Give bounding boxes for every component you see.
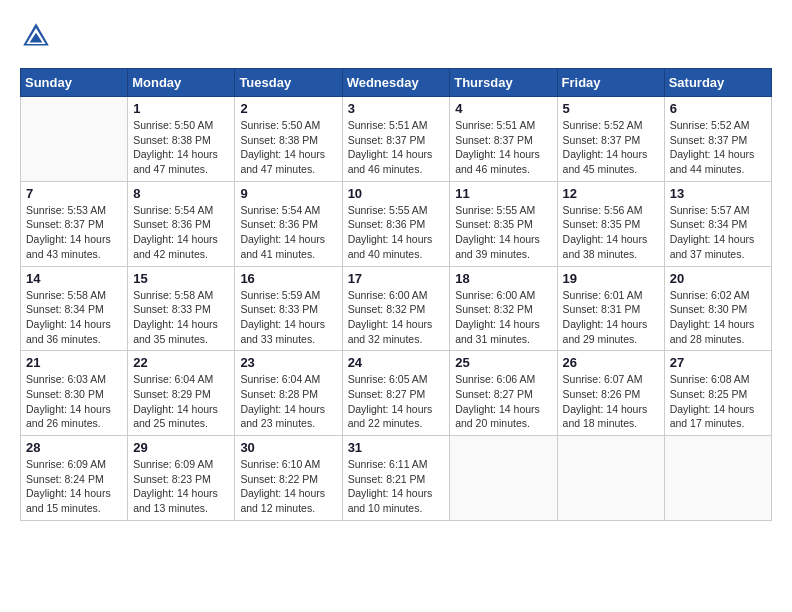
day-info: Sunrise: 5:50 AM Sunset: 8:38 PM Dayligh… xyxy=(133,118,229,177)
day-info: Sunrise: 6:04 AM Sunset: 8:28 PM Dayligh… xyxy=(240,372,336,431)
day-number: 29 xyxy=(133,440,229,455)
column-header-saturday: Saturday xyxy=(664,69,771,97)
calendar-cell: 8Sunrise: 5:54 AM Sunset: 8:36 PM Daylig… xyxy=(128,181,235,266)
calendar-table: SundayMondayTuesdayWednesdayThursdayFrid… xyxy=(20,68,772,521)
day-info: Sunrise: 6:03 AM Sunset: 8:30 PM Dayligh… xyxy=(26,372,122,431)
column-header-monday: Monday xyxy=(128,69,235,97)
calendar-cell: 6Sunrise: 5:52 AM Sunset: 8:37 PM Daylig… xyxy=(664,97,771,182)
day-info: Sunrise: 6:05 AM Sunset: 8:27 PM Dayligh… xyxy=(348,372,445,431)
day-info: Sunrise: 5:51 AM Sunset: 8:37 PM Dayligh… xyxy=(455,118,551,177)
calendar-cell xyxy=(557,436,664,521)
day-number: 5 xyxy=(563,101,659,116)
week-row-2: 7Sunrise: 5:53 AM Sunset: 8:37 PM Daylig… xyxy=(21,181,772,266)
day-number: 16 xyxy=(240,271,336,286)
calendar-cell: 3Sunrise: 5:51 AM Sunset: 8:37 PM Daylig… xyxy=(342,97,450,182)
day-info: Sunrise: 5:55 AM Sunset: 8:35 PM Dayligh… xyxy=(455,203,551,262)
calendar-cell: 26Sunrise: 6:07 AM Sunset: 8:26 PM Dayli… xyxy=(557,351,664,436)
week-row-5: 28Sunrise: 6:09 AM Sunset: 8:24 PM Dayli… xyxy=(21,436,772,521)
calendar-cell: 2Sunrise: 5:50 AM Sunset: 8:38 PM Daylig… xyxy=(235,97,342,182)
calendar-cell: 22Sunrise: 6:04 AM Sunset: 8:29 PM Dayli… xyxy=(128,351,235,436)
calendar-cell xyxy=(664,436,771,521)
calendar-cell: 20Sunrise: 6:02 AM Sunset: 8:30 PM Dayli… xyxy=(664,266,771,351)
day-info: Sunrise: 5:54 AM Sunset: 8:36 PM Dayligh… xyxy=(240,203,336,262)
day-info: Sunrise: 6:02 AM Sunset: 8:30 PM Dayligh… xyxy=(670,288,766,347)
column-header-thursday: Thursday xyxy=(450,69,557,97)
day-info: Sunrise: 5:59 AM Sunset: 8:33 PM Dayligh… xyxy=(240,288,336,347)
day-number: 13 xyxy=(670,186,766,201)
day-info: Sunrise: 5:52 AM Sunset: 8:37 PM Dayligh… xyxy=(670,118,766,177)
day-info: Sunrise: 6:08 AM Sunset: 8:25 PM Dayligh… xyxy=(670,372,766,431)
calendar-cell: 12Sunrise: 5:56 AM Sunset: 8:35 PM Dayli… xyxy=(557,181,664,266)
day-number: 26 xyxy=(563,355,659,370)
calendar-cell: 4Sunrise: 5:51 AM Sunset: 8:37 PM Daylig… xyxy=(450,97,557,182)
day-info: Sunrise: 5:58 AM Sunset: 8:34 PM Dayligh… xyxy=(26,288,122,347)
calendar-cell: 16Sunrise: 5:59 AM Sunset: 8:33 PM Dayli… xyxy=(235,266,342,351)
day-info: Sunrise: 6:10 AM Sunset: 8:22 PM Dayligh… xyxy=(240,457,336,516)
calendar-cell: 19Sunrise: 6:01 AM Sunset: 8:31 PM Dayli… xyxy=(557,266,664,351)
calendar-cell: 29Sunrise: 6:09 AM Sunset: 8:23 PM Dayli… xyxy=(128,436,235,521)
day-number: 17 xyxy=(348,271,445,286)
day-number: 10 xyxy=(348,186,445,201)
day-info: Sunrise: 5:50 AM Sunset: 8:38 PM Dayligh… xyxy=(240,118,336,177)
calendar-cell: 9Sunrise: 5:54 AM Sunset: 8:36 PM Daylig… xyxy=(235,181,342,266)
column-header-tuesday: Tuesday xyxy=(235,69,342,97)
day-info: Sunrise: 6:06 AM Sunset: 8:27 PM Dayligh… xyxy=(455,372,551,431)
day-number: 12 xyxy=(563,186,659,201)
calendar-cell: 24Sunrise: 6:05 AM Sunset: 8:27 PM Dayli… xyxy=(342,351,450,436)
calendar-cell: 27Sunrise: 6:08 AM Sunset: 8:25 PM Dayli… xyxy=(664,351,771,436)
day-info: Sunrise: 6:09 AM Sunset: 8:24 PM Dayligh… xyxy=(26,457,122,516)
day-number: 9 xyxy=(240,186,336,201)
calendar-cell: 14Sunrise: 5:58 AM Sunset: 8:34 PM Dayli… xyxy=(21,266,128,351)
calendar-cell: 1Sunrise: 5:50 AM Sunset: 8:38 PM Daylig… xyxy=(128,97,235,182)
week-row-3: 14Sunrise: 5:58 AM Sunset: 8:34 PM Dayli… xyxy=(21,266,772,351)
day-number: 6 xyxy=(670,101,766,116)
column-header-friday: Friday xyxy=(557,69,664,97)
day-info: Sunrise: 6:00 AM Sunset: 8:32 PM Dayligh… xyxy=(348,288,445,347)
calendar-cell: 15Sunrise: 5:58 AM Sunset: 8:33 PM Dayli… xyxy=(128,266,235,351)
calendar-cell: 25Sunrise: 6:06 AM Sunset: 8:27 PM Dayli… xyxy=(450,351,557,436)
day-info: Sunrise: 6:04 AM Sunset: 8:29 PM Dayligh… xyxy=(133,372,229,431)
week-row-1: 1Sunrise: 5:50 AM Sunset: 8:38 PM Daylig… xyxy=(21,97,772,182)
day-number: 21 xyxy=(26,355,122,370)
day-number: 8 xyxy=(133,186,229,201)
day-number: 27 xyxy=(670,355,766,370)
day-number: 1 xyxy=(133,101,229,116)
day-info: Sunrise: 5:52 AM Sunset: 8:37 PM Dayligh… xyxy=(563,118,659,177)
day-info: Sunrise: 6:01 AM Sunset: 8:31 PM Dayligh… xyxy=(563,288,659,347)
calendar-cell: 17Sunrise: 6:00 AM Sunset: 8:32 PM Dayli… xyxy=(342,266,450,351)
day-number: 18 xyxy=(455,271,551,286)
calendar-cell xyxy=(21,97,128,182)
calendar-cell: 23Sunrise: 6:04 AM Sunset: 8:28 PM Dayli… xyxy=(235,351,342,436)
day-number: 7 xyxy=(26,186,122,201)
calendar-cell: 21Sunrise: 6:03 AM Sunset: 8:30 PM Dayli… xyxy=(21,351,128,436)
day-number: 2 xyxy=(240,101,336,116)
day-info: Sunrise: 6:00 AM Sunset: 8:32 PM Dayligh… xyxy=(455,288,551,347)
week-row-4: 21Sunrise: 6:03 AM Sunset: 8:30 PM Dayli… xyxy=(21,351,772,436)
day-number: 15 xyxy=(133,271,229,286)
day-number: 30 xyxy=(240,440,336,455)
calendar-cell xyxy=(450,436,557,521)
day-info: Sunrise: 5:51 AM Sunset: 8:37 PM Dayligh… xyxy=(348,118,445,177)
calendar-cell: 30Sunrise: 6:10 AM Sunset: 8:22 PM Dayli… xyxy=(235,436,342,521)
calendar-cell: 13Sunrise: 5:57 AM Sunset: 8:34 PM Dayli… xyxy=(664,181,771,266)
calendar-cell: 18Sunrise: 6:00 AM Sunset: 8:32 PM Dayli… xyxy=(450,266,557,351)
day-number: 19 xyxy=(563,271,659,286)
calendar-cell: 5Sunrise: 5:52 AM Sunset: 8:37 PM Daylig… xyxy=(557,97,664,182)
logo xyxy=(20,20,56,52)
calendar-cell: 28Sunrise: 6:09 AM Sunset: 8:24 PM Dayli… xyxy=(21,436,128,521)
day-info: Sunrise: 6:07 AM Sunset: 8:26 PM Dayligh… xyxy=(563,372,659,431)
day-number: 14 xyxy=(26,271,122,286)
day-info: Sunrise: 5:54 AM Sunset: 8:36 PM Dayligh… xyxy=(133,203,229,262)
day-info: Sunrise: 6:09 AM Sunset: 8:23 PM Dayligh… xyxy=(133,457,229,516)
page-header xyxy=(20,20,772,52)
calendar-cell: 11Sunrise: 5:55 AM Sunset: 8:35 PM Dayli… xyxy=(450,181,557,266)
day-number: 20 xyxy=(670,271,766,286)
day-number: 11 xyxy=(455,186,551,201)
day-number: 24 xyxy=(348,355,445,370)
day-info: Sunrise: 5:55 AM Sunset: 8:36 PM Dayligh… xyxy=(348,203,445,262)
day-info: Sunrise: 5:58 AM Sunset: 8:33 PM Dayligh… xyxy=(133,288,229,347)
calendar-cell: 31Sunrise: 6:11 AM Sunset: 8:21 PM Dayli… xyxy=(342,436,450,521)
calendar-cell: 10Sunrise: 5:55 AM Sunset: 8:36 PM Dayli… xyxy=(342,181,450,266)
calendar-cell: 7Sunrise: 5:53 AM Sunset: 8:37 PM Daylig… xyxy=(21,181,128,266)
column-header-wednesday: Wednesday xyxy=(342,69,450,97)
